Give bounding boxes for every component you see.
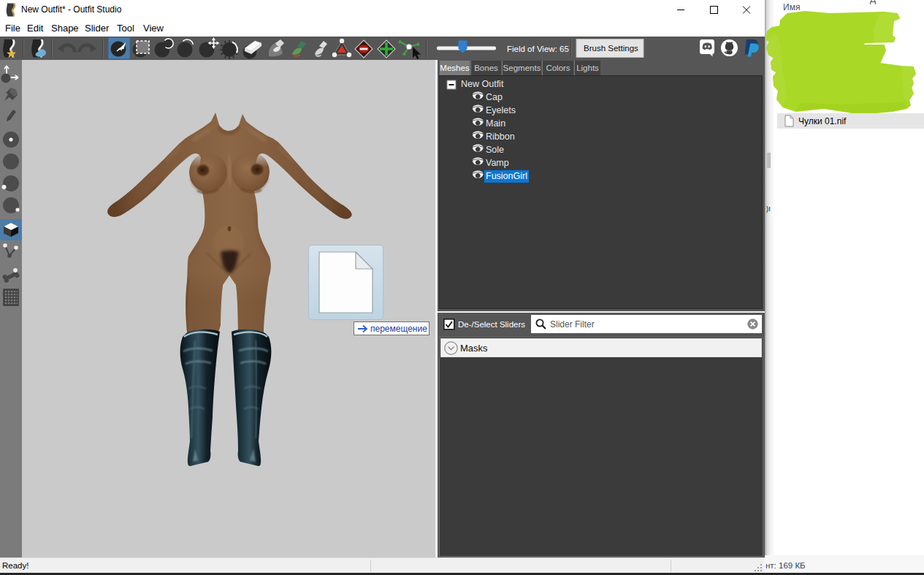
svg-text:Brush Settings: Brush Settings [584,44,638,53]
svg-text:Field of View: 65: Field of View: 65 [507,45,569,53]
